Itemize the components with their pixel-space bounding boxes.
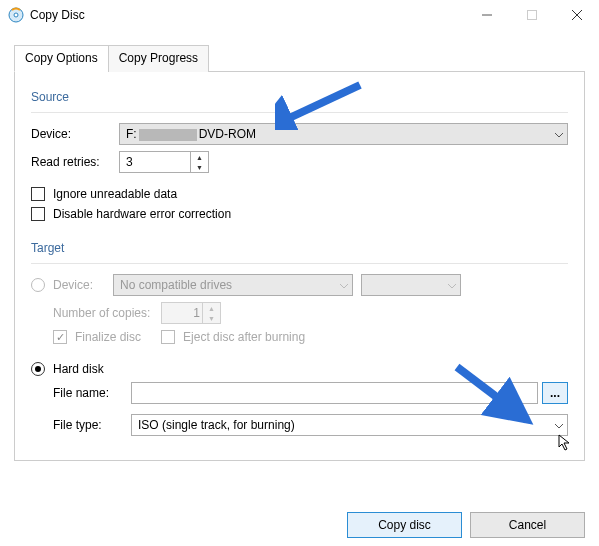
filename-label: File name: [53,386,131,400]
spin-buttons[interactable]: ▲▼ [190,152,208,172]
minimize-button[interactable] [464,0,509,30]
copies-spin: 1 ▲▼ [161,302,221,324]
target-device-combo: No compatible drives [113,274,353,296]
spin-buttons: ▲▼ [202,303,220,323]
read-retries-label: Read retries: [31,155,119,169]
filetype-value: ISO (single track, for burning) [138,418,295,432]
cancel-button[interactable]: Cancel [470,512,585,538]
target-device-label: Device: [53,278,113,292]
chevron-down-icon [555,418,563,432]
window-title: Copy Disc [30,8,464,22]
chevron-down-icon [555,127,563,141]
target-device-radio [31,278,45,292]
copies-label: Number of copies: [53,306,161,320]
copy-options-panel: Source Device: F:DVD-ROM Read retries: 3 [14,72,585,461]
titlebar: Copy Disc [0,0,599,30]
filetype-combo[interactable]: ISO (single track, for burning) [131,414,568,436]
eject-disc-checkbox [161,330,175,344]
tab-copy-options[interactable]: Copy Options [14,45,109,72]
app-icon [8,7,24,23]
disable-hw-error-checkbox[interactable] [31,207,45,221]
ignore-unreadable-checkbox[interactable] [31,187,45,201]
svg-rect-3 [527,11,536,20]
copy-disc-button[interactable]: Copy disc [347,512,462,538]
source-device-combo[interactable]: F:DVD-ROM [119,123,568,145]
close-button[interactable] [554,0,599,30]
hard-disk-label: Hard disk [53,362,104,376]
target-device-value: No compatible drives [120,278,232,292]
browse-button[interactable]: ... [542,382,568,404]
dialog-footer: Copy disc Cancel [347,512,585,538]
filename-input[interactable] [131,382,538,404]
disable-hw-error-label: Disable hardware error correction [53,207,231,221]
read-retries-spin[interactable]: 3 ▲▼ [119,151,209,173]
copies-value: 1 [168,306,200,320]
hard-disk-radio[interactable] [31,362,45,376]
eject-disc-label: Eject disc after burning [183,330,305,344]
read-retries-value: 3 [126,155,133,169]
divider [31,112,568,113]
chevron-down-icon [448,278,456,292]
client-area: Copy Options Copy Progress Source Device… [0,30,599,471]
svg-point-1 [14,13,18,17]
finalize-disc-checkbox [53,330,67,344]
source-group-label: Source [31,90,568,104]
finalize-disc-label: Finalize disc [75,330,141,344]
source-device-label: Device: [31,127,119,141]
filetype-label: File type: [53,418,131,432]
target-speed-combo [361,274,461,296]
divider [31,263,568,264]
ignore-unreadable-label: Ignore unreadable data [53,187,177,201]
maximize-button [509,0,554,30]
copy-disc-dialog: Copy Disc Copy Options Copy Progress Sou… [0,0,599,546]
source-device-value: F:DVD-ROM [126,127,256,141]
tab-copy-progress[interactable]: Copy Progress [108,45,209,72]
tabstrip: Copy Options Copy Progress [14,44,585,72]
chevron-down-icon [340,278,348,292]
target-group-label: Target [31,241,568,255]
redacted-mask [139,129,197,141]
cursor-icon [558,434,572,455]
